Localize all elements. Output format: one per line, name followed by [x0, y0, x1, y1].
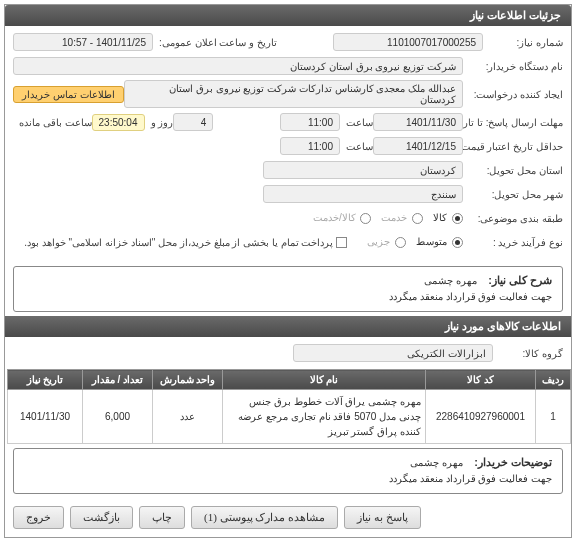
buyer-org-value: شرکت توزیع نیروی برق استان کردستان	[13, 57, 463, 75]
validity-date-value: 1401/12/15	[373, 137, 463, 155]
buyer-notes-box: توضیحات خریدار: مهره چشمی جهت فعالیت فوق…	[13, 448, 563, 494]
province-value: کردستان	[263, 161, 463, 179]
attachments-button[interactable]: مشاهده مدارک پیوستی (1)	[191, 506, 338, 529]
group-label: گروه کالا:	[493, 348, 563, 359]
deadline-label: مهلت ارسال پاسخ: تا تاریخ:	[463, 117, 563, 128]
general-desc-box: شرح کلی نیاز: مهره چشمی جهت فعالیت فوق ق…	[13, 266, 563, 312]
table-header-row: ردیف کد کالا نام کالا واحد شمارش تعداد /…	[8, 370, 571, 390]
deadline-date-value: 1401/11/30	[373, 113, 463, 131]
cat-goods-label: کالا	[433, 212, 447, 223]
validity-label: حداقل تاریخ اعتبار قیمت: تا تاریخ:	[463, 141, 563, 152]
cat-both-label: کالا/خدمت	[313, 212, 356, 223]
proc-partial-label: جزیی	[367, 236, 390, 247]
general-desc-label: شرح کلی نیاز:	[488, 274, 552, 287]
td-name: مهره چشمی یراق آلات خطوط برق جنس چدنی مد…	[223, 390, 426, 444]
validity-time-value: 11:00	[280, 137, 340, 155]
treasury-note: پرداخت تمام یا بخشی از مبلغ خرید،از محل …	[18, 237, 333, 248]
radio-medium[interactable]	[452, 237, 463, 248]
process-label: نوع فرآیند خرید :	[463, 237, 563, 248]
td-unit: عدد	[153, 390, 223, 444]
announce-date-label: تاریخ و ساعت اعلان عمومی:	[153, 37, 277, 48]
radio-both[interactable]	[360, 213, 371, 224]
items-section-header: اطلاعات کالاهای مورد نیاز	[5, 316, 571, 337]
td-row: 1	[536, 390, 571, 444]
cat-service-label: خدمت	[381, 212, 407, 223]
radio-partial[interactable]	[395, 237, 406, 248]
general-desc-line2: جهت فعالیت فوق قرارداد منعقد میگردد	[389, 291, 552, 302]
main-container: جزئیات اطلاعات نیاز شماره نیاز: 11010070…	[4, 4, 572, 538]
th-name: نام کالا	[223, 370, 426, 390]
buyer-notes-line1: مهره چشمی	[410, 457, 463, 468]
th-date: تاریخ نیاز	[8, 370, 83, 390]
general-desc-line1: مهره چشمی	[424, 275, 477, 286]
request-number-label: شماره نیاز:	[483, 37, 563, 48]
remaining-time-value: 23:50:04	[92, 114, 145, 131]
city-value: سنندج	[263, 185, 463, 203]
form-area: شماره نیاز: 1101007017000255 تاریخ و ساع…	[5, 26, 571, 262]
day-label: روز و	[145, 117, 174, 128]
print-button[interactable]: چاپ	[139, 506, 185, 529]
th-qty: تعداد / مقدار	[83, 370, 153, 390]
remaining-suffix: ساعت باقی مانده	[13, 117, 92, 128]
th-unit: واحد شمارش	[153, 370, 223, 390]
province-label: استان محل تحویل:	[463, 165, 563, 176]
button-row: پاسخ به نیاز مشاهده مدارک پیوستی (1) چاپ…	[5, 498, 571, 537]
group-value: ابزارالات الکتریکی	[293, 344, 493, 362]
deadline-time-value: 11:00	[280, 113, 340, 131]
time-label-1: ساعت	[340, 117, 373, 128]
remaining-days-value: 4	[173, 113, 213, 131]
radio-goods[interactable]	[452, 213, 463, 224]
category-label: طبقه بندی موضوعی:	[463, 213, 563, 224]
treasury-checkbox[interactable]	[336, 237, 347, 248]
category-radio-group: کالا خدمت کالا/خدمت	[313, 212, 463, 224]
back-button[interactable]: بازگشت	[70, 506, 133, 529]
td-qty: 6,000	[83, 390, 153, 444]
buyer-org-label: نام دستگاه خریدار:	[463, 61, 563, 72]
city-label: شهر محل تحویل:	[463, 189, 563, 200]
items-table: ردیف کد کالا نام کالا واحد شمارش تعداد /…	[7, 369, 571, 444]
creator-label: ایجاد کننده درخواست:	[463, 89, 563, 100]
th-code: کد کالا	[426, 370, 536, 390]
process-radio-group: متوسط جزیی	[367, 236, 463, 248]
td-date: 1401/11/30	[8, 390, 83, 444]
td-code: 2286410927960001	[426, 390, 536, 444]
radio-service[interactable]	[412, 213, 423, 224]
proc-medium-label: متوسط	[416, 236, 447, 247]
table-row: 1 2286410927960001 مهره چشمی یراق آلات خ…	[8, 390, 571, 444]
request-number-value: 1101007017000255	[333, 33, 483, 51]
respond-button[interactable]: پاسخ به نیاز	[344, 506, 421, 529]
time-label-2: ساعت	[340, 141, 373, 152]
contact-buyer-button[interactable]: اطلاعات تماس خریدار	[13, 86, 124, 103]
exit-button[interactable]: خروج	[13, 506, 64, 529]
creator-value: عبدالله ملک معجدی کارشناس تدارکات شرکت ت…	[124, 80, 463, 108]
announce-date-value: 1401/11/25 - 10:57	[13, 33, 153, 51]
tab-header: جزئیات اطلاعات نیاز	[5, 5, 571, 26]
buyer-notes-label: توضیحات خریدار:	[474, 456, 552, 469]
buyer-notes-line2: جهت فعالیت فوق قرارداد منعقد میگردد	[389, 473, 552, 484]
th-row: ردیف	[536, 370, 571, 390]
